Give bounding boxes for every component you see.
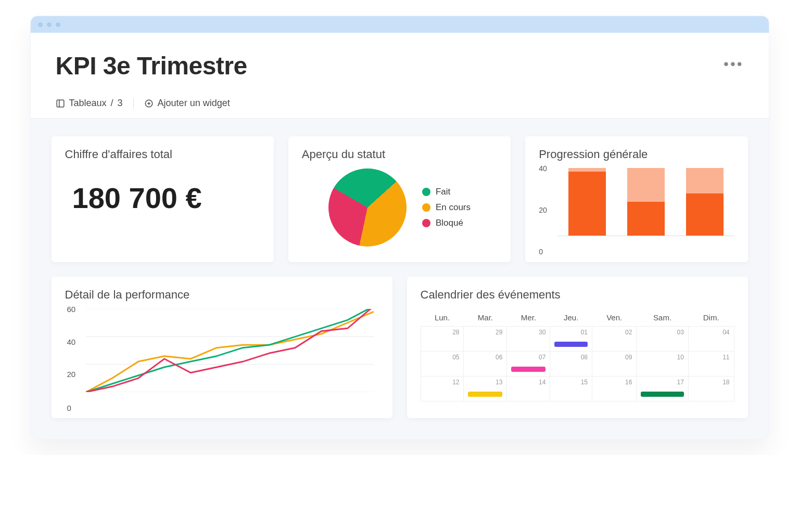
calendar-cell[interactable]: 02 <box>592 327 636 352</box>
boards-icon <box>56 99 65 108</box>
calendar-cell[interactable]: 17 <box>637 377 689 401</box>
y-tick: 20 <box>539 206 547 214</box>
more-options-button[interactable]: ••• <box>724 56 743 72</box>
calendar-event[interactable] <box>511 367 546 372</box>
progress-bar <box>686 168 724 236</box>
add-widget-label: Ajouter un widget <box>158 98 230 109</box>
calendar-cell[interactable]: 30 <box>507 327 550 352</box>
widget-progress[interactable]: Progression générale 40 20 0 <box>525 136 747 262</box>
calendar-cell[interactable]: 11 <box>688 352 734 377</box>
progress-bar <box>568 168 606 236</box>
calendar-date-number: 10 <box>677 354 683 361</box>
page-header: KPI 3e Trimestre <box>31 33 769 88</box>
calendar-cell[interactable]: 12 <box>421 377 464 401</box>
y-tick: 40 <box>67 337 76 346</box>
calendar-date-number: 28 <box>452 329 459 336</box>
widget-performance[interactable]: Détail de la performance 60 40 20 0 <box>52 277 392 418</box>
legend-label-blocked: Bloqué <box>436 218 463 228</box>
y-tick: 60 <box>67 305 76 314</box>
y-tick: 20 <box>67 370 76 379</box>
toolbar-separator <box>133 98 134 109</box>
calendar-date-number: 07 <box>539 354 546 361</box>
calendar-day-header: Dim. <box>688 309 734 327</box>
widget-calendar[interactable]: Calendrier des événements Lun. Mar. Mer.… <box>407 277 748 418</box>
calendar-cell[interactable]: 04 <box>688 327 734 352</box>
calendar-cell[interactable]: 01 <box>550 327 592 352</box>
calendar-date-number: 16 <box>625 379 632 386</box>
calendar-event[interactable] <box>554 342 588 347</box>
calendar-date-number: 15 <box>581 379 588 386</box>
boards-crumb-button[interactable]: Tableaux / 3 <box>56 98 123 109</box>
widget-calendar-title: Calendrier des événements <box>421 288 734 302</box>
page-title: KPI 3e Trimestre <box>56 51 744 80</box>
calendar-cell[interactable]: 05 <box>421 352 464 377</box>
widget-performance-title: Détail de la performance <box>65 288 379 302</box>
window-dot <box>56 22 60 27</box>
window-dot <box>47 22 52 27</box>
toolbar: Tableaux / 3 Ajouter un widget <box>31 88 769 119</box>
calendar-date-number: 01 <box>581 329 588 336</box>
calendar-date-number: 05 <box>452 354 459 361</box>
calendar-date-number: 04 <box>722 329 729 336</box>
window-titlebar <box>31 16 769 33</box>
calendar-day-header: Mar. <box>464 309 507 327</box>
calendar-date-number: 02 <box>625 329 632 336</box>
boards-crumb-count: 3 <box>118 98 123 109</box>
calendar-day-header: Ven. <box>592 309 636 327</box>
widget-revenue-value: 180 700 € <box>65 168 260 220</box>
y-tick: 0 <box>67 404 71 412</box>
legend-item-done: Fait <box>422 187 471 197</box>
calendar-cell[interactable]: 28 <box>421 327 464 352</box>
legend-label-inprogress: En cours <box>436 202 471 213</box>
calendar-event[interactable] <box>641 392 684 397</box>
calendar-day-header: Jeu. <box>550 309 592 327</box>
legend-item-inprogress: En cours <box>422 202 471 213</box>
progress-bar-chart: 40 20 0 <box>539 168 734 252</box>
window-dot <box>38 22 43 27</box>
calendar-day-header: Lun. <box>421 309 464 327</box>
calendar-date-number: 14 <box>539 379 546 386</box>
calendar-cell[interactable]: 10 <box>637 352 689 377</box>
svg-rect-0 <box>57 100 64 107</box>
calendar-cell[interactable]: 03 <box>637 327 689 352</box>
calendar-date-number: 03 <box>677 329 683 336</box>
calendar-date-number: 17 <box>677 379 683 386</box>
dashboard-content: Chiffre d'affaires total 180 700 € Aperç… <box>31 119 769 439</box>
calendar-event[interactable] <box>468 392 502 397</box>
legend-dot-icon <box>422 219 430 227</box>
calendar-grid: Lun. Mar. Mer. Jeu. Ven. Sam. Dim. 28293… <box>421 309 734 401</box>
calendar-cell[interactable]: 08 <box>550 352 592 377</box>
calendar-date-number: 12 <box>452 379 459 386</box>
calendar-day-header: Sam. <box>637 309 689 327</box>
y-tick: 0 <box>539 248 543 256</box>
widget-revenue[interactable]: Chiffre d'affaires total 180 700 € <box>52 136 274 262</box>
calendar-cell[interactable]: 14 <box>507 377 550 401</box>
calendar-cell[interactable]: 07 <box>507 352 550 377</box>
legend-dot-icon <box>422 203 430 212</box>
calendar-date-number: 09 <box>625 354 632 361</box>
legend-label-done: Fait <box>436 187 450 197</box>
calendar-cell[interactable]: 13 <box>464 377 507 401</box>
calendar-cell[interactable]: 09 <box>592 352 636 377</box>
calendar-cell[interactable]: 18 <box>688 377 734 401</box>
calendar-cell[interactable]: 29 <box>464 327 507 352</box>
calendar-cell[interactable]: 15 <box>550 377 592 401</box>
calendar-date-number: 13 <box>496 379 502 386</box>
calendar-date-number: 29 <box>496 329 502 336</box>
calendar-date-number: 08 <box>581 354 588 361</box>
widget-status[interactable]: Aperçu du statut Fait En cours <box>288 136 511 262</box>
performance-line-chart: 60 40 20 0 <box>65 309 379 408</box>
calendar-date-number: 18 <box>722 379 729 386</box>
progress-bar <box>627 168 665 236</box>
calendar-cell[interactable]: 06 <box>464 352 507 377</box>
y-tick: 40 <box>539 164 547 173</box>
calendar-day-header: Mer. <box>507 309 550 327</box>
add-widget-button[interactable]: Ajouter un widget <box>144 98 230 109</box>
calendar-date-number: 30 <box>539 329 546 336</box>
plus-circle-icon <box>144 99 154 108</box>
widget-progress-title: Progression générale <box>539 148 734 161</box>
app-window: KPI 3e Trimestre ••• Tableaux / 3 Ajoute… <box>30 16 769 439</box>
calendar-cell[interactable]: 16 <box>592 377 636 401</box>
calendar-date-number: 06 <box>496 354 502 361</box>
boards-crumb-label: Tableaux <box>69 98 107 109</box>
